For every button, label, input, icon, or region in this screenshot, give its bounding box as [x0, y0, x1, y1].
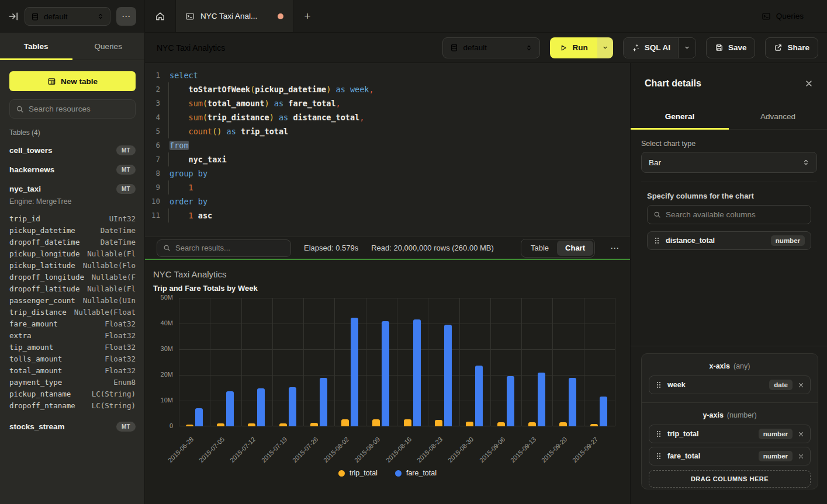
chart-bar-fare_total[interactable] — [226, 391, 234, 426]
queries-nav-label: Queries — [776, 12, 804, 20]
x-axis-chip-week[interactable]: week date — [649, 376, 811, 394]
sparkles-icon — [631, 43, 640, 52]
chart-bar-fare_total[interactable] — [475, 366, 483, 426]
table-name: stocks_stream — [9, 422, 65, 431]
y-tick-label: 20M — [145, 371, 173, 378]
chart-bar-fare_total[interactable] — [600, 397, 607, 426]
divider — [642, 402, 818, 403]
code-token: ) — [269, 113, 274, 122]
chart-bar-trip_total[interactable] — [466, 422, 473, 426]
sidebar-item-hackernews[interactable]: hackernews MT — [9, 163, 136, 176]
drop-zone[interactable]: DRAG COLUMNS HERE — [649, 470, 811, 488]
chart-bar-fare_total[interactable] — [444, 325, 452, 426]
share-button[interactable]: Share — [765, 37, 818, 58]
column-type: Float32 — [105, 343, 136, 352]
column-name: tolls_amount — [9, 354, 62, 363]
editor-line: 11 1 asc — [145, 208, 630, 223]
chart-gridline — [615, 298, 615, 426]
engine-badge: MT — [116, 184, 136, 194]
drag-handle-icon[interactable] — [653, 237, 660, 245]
chart-bar-trip_total[interactable] — [559, 422, 567, 426]
line-number: 7 — [145, 152, 160, 166]
sidebar-tab-tables[interactable]: Tables — [0, 33, 72, 60]
legend-item-trip_total[interactable]: trip_total — [338, 469, 378, 477]
results-search-input[interactable] — [175, 244, 285, 252]
tab-advanced[interactable]: Advanced — [729, 104, 827, 129]
ellipsis-icon: ⋯ — [122, 11, 131, 22]
chart-bar-fare_total[interactable] — [351, 318, 358, 426]
line-number: 8 — [145, 166, 160, 180]
drag-handle-icon[interactable] — [655, 381, 662, 389]
chart-gridline — [397, 298, 397, 426]
chart-bar-trip_total[interactable] — [497, 422, 505, 426]
tab-general[interactable]: General — [631, 104, 729, 129]
line-code: 1 asc — [169, 208, 212, 223]
drag-handle-icon[interactable] — [655, 430, 662, 438]
chart-bar-trip_total[interactable] — [404, 419, 411, 426]
y-axis-chip-fare-total[interactable]: fare_total number — [649, 447, 811, 465]
queries-nav-button[interactable]: Queries — [762, 0, 827, 32]
home-button[interactable] — [145, 0, 175, 32]
sidebar-more-button[interactable]: ⋯ — [116, 7, 136, 26]
editor-line: 6from — [145, 138, 630, 152]
chart-bar-fare_total[interactable] — [382, 321, 389, 426]
run-options-dropdown[interactable] — [597, 37, 613, 58]
sql-ai-button[interactable]: SQL AI — [624, 38, 678, 58]
chart-panel: NYC Taxi Analytics Trip and Fare Totals … — [145, 259, 630, 504]
sidebar-item-nyc-taxi[interactable]: nyc_taxi MT — [9, 182, 136, 195]
editor-line: 10order by — [145, 194, 630, 208]
table-column-row: dropoff_longitudeNullable(F — [9, 271, 136, 283]
column-type: Enum8 — [113, 378, 136, 387]
collapse-sidebar-icon[interactable] — [8, 11, 19, 22]
column-name: extra — [9, 331, 32, 340]
chart-bar-trip_total[interactable] — [528, 422, 536, 426]
column-chip-name: distance_total — [666, 237, 766, 245]
view-toggle-table[interactable]: Table — [523, 241, 557, 256]
sidebar-search-input[interactable] — [29, 105, 129, 113]
new-tab-button[interactable]: + — [293, 0, 321, 32]
tab-title: NYC Taxi Anal... — [200, 12, 272, 20]
sidebar-header: default ⋯ — [0, 0, 144, 33]
chart-bar-fare_total[interactable] — [289, 387, 296, 426]
new-table-button[interactable]: New table — [9, 71, 136, 91]
chart-bar-trip_total[interactable] — [435, 420, 442, 426]
sidebar-tab-queries[interactable]: Queries — [72, 33, 145, 60]
chart-bar-fare_total[interactable] — [257, 388, 265, 426]
results-more-button[interactable]: ⋯ — [608, 243, 622, 253]
chart-y-axis: 010M20M30M40M50M — [145, 298, 173, 426]
chart-bar-trip_total[interactable] — [341, 419, 349, 427]
chart-bar-fare_total[interactable] — [538, 373, 545, 426]
save-button[interactable]: Save — [706, 37, 756, 58]
available-column-distance-total[interactable]: distance_total number — [647, 231, 811, 250]
y-axis-chip-trip-total[interactable]: trip_total number — [649, 425, 811, 443]
query-toolbar: NYC Taxi Analytics default Run — [145, 33, 827, 63]
chart-bar-fare_total[interactable] — [569, 378, 576, 426]
legend-item-fare_total[interactable]: fare_total — [395, 469, 437, 477]
tab-nyc-taxi-analytics[interactable]: NYC Taxi Anal... — [175, 0, 293, 32]
line-number: 6 — [145, 138, 160, 152]
column-search-input[interactable] — [666, 210, 805, 219]
chart-bar-fare_total[interactable] — [507, 376, 514, 426]
chart-bar-fare_total[interactable] — [413, 319, 421, 426]
close-icon[interactable] — [805, 79, 813, 88]
sidebar-item-cell-towers[interactable]: cell_towers MT — [9, 144, 136, 157]
sql-editor[interactable]: 1select2 toStartOfWeek(pickup_datetime) … — [145, 63, 630, 237]
chart-bar-fare_total[interactable] — [195, 408, 203, 426]
run-button[interactable]: Run — [550, 37, 597, 58]
chart-bar-trip_total[interactable] — [372, 419, 380, 426]
column-name: dropoff_ntaname — [9, 401, 75, 410]
code-token: asc — [193, 211, 213, 220]
remove-column-icon[interactable] — [798, 431, 804, 437]
database-icon — [31, 12, 39, 21]
sidebar-item-stocks-stream[interactable]: stocks_stream MT — [9, 420, 136, 433]
columns-section-label: Specify columns for the chart — [647, 192, 754, 200]
remove-column-icon[interactable] — [798, 382, 804, 388]
toolbar-database-select[interactable]: default — [442, 37, 540, 58]
sql-ai-dropdown[interactable] — [678, 38, 695, 58]
remove-column-icon[interactable] — [798, 453, 804, 460]
database-select[interactable]: default — [25, 7, 110, 26]
chart-bar-fare_total[interactable] — [320, 378, 327, 426]
chart-type-select[interactable]: Bar — [641, 152, 817, 173]
drag-handle-icon[interactable] — [655, 452, 662, 460]
view-toggle-chart[interactable]: Chart — [557, 241, 593, 256]
